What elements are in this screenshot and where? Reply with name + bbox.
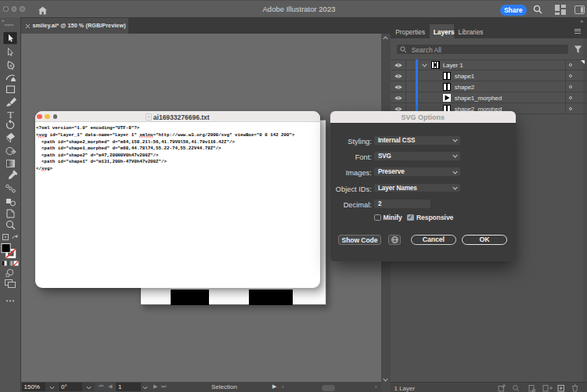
svg-text:T: T xyxy=(8,109,14,120)
